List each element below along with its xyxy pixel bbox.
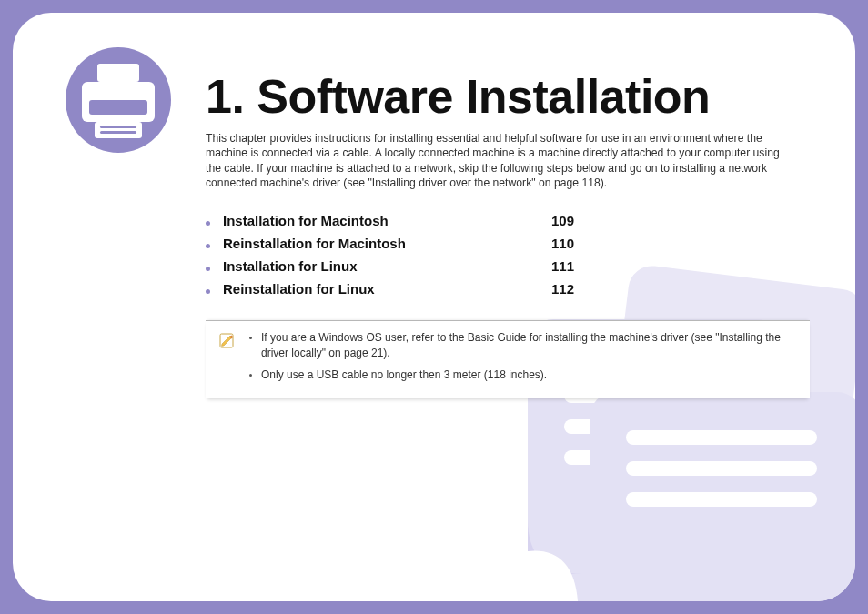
note-text: If you are a Windows OS user, refer to t… xyxy=(261,330,793,362)
svg-rect-5 xyxy=(564,450,737,465)
toc-label: Reinstallation for Macintosh xyxy=(223,236,551,251)
note-box: If you are a Windows OS user, refer to t… xyxy=(206,320,810,398)
toc-item[interactable]: Installation for Macintosh 109 xyxy=(206,213,588,228)
svg-rect-6 xyxy=(590,392,855,601)
toc-item[interactable]: Reinstallation for Linux 112 xyxy=(206,281,588,297)
bullet-icon xyxy=(206,221,210,226)
toc-label: Reinstallation for Linux xyxy=(223,281,551,297)
toc-page-number: 112 xyxy=(551,281,588,297)
bullet-icon xyxy=(249,374,252,377)
toc-item[interactable]: Installation for Linux 111 xyxy=(206,258,588,274)
printer-icon xyxy=(66,47,171,153)
chapter-title-text: Software Installation xyxy=(257,70,710,123)
toc-label: Installation for Linux xyxy=(223,258,551,274)
bullet-icon xyxy=(206,289,210,294)
svg-rect-15 xyxy=(100,126,136,128)
toc-label: Installation for Macintosh xyxy=(223,213,551,228)
svg-rect-4 xyxy=(564,419,737,434)
note-text: Only use a USB cable no longer then 3 me… xyxy=(261,367,547,383)
svg-rect-14 xyxy=(89,100,147,115)
note-list: If you are a Windows OS user, refer to t… xyxy=(249,330,793,388)
bullet-icon xyxy=(206,267,210,271)
document-page: 1. Software Installation This chapter pr… xyxy=(13,13,855,601)
chapter-intro: This chapter provides instructions for i… xyxy=(206,131,783,191)
svg-rect-7 xyxy=(626,430,817,445)
svg-rect-13 xyxy=(95,122,142,138)
svg-rect-11 xyxy=(97,64,139,82)
toc-item[interactable]: Reinstallation for Macintosh 110 xyxy=(206,236,588,251)
toc-page-number: 110 xyxy=(551,236,588,251)
table-of-contents: Installation for Macintosh 109 Reinstall… xyxy=(206,213,588,297)
svg-rect-16 xyxy=(100,131,136,134)
toc-page-number: 109 xyxy=(551,213,588,228)
note-item: Only use a USB cable no longer then 3 me… xyxy=(249,367,793,383)
bullet-icon xyxy=(206,244,210,248)
chapter-number: 1. xyxy=(206,70,244,123)
bullet-icon xyxy=(249,337,252,339)
svg-rect-8 xyxy=(626,461,817,476)
toc-page-number: 111 xyxy=(551,258,588,274)
chapter-title: 1. Software Installation xyxy=(206,69,810,124)
note-item: If you are a Windows OS user, refer to t… xyxy=(249,330,793,362)
svg-rect-9 xyxy=(626,492,817,507)
content-area: 1. Software Installation This chapter pr… xyxy=(206,69,810,398)
note-icon xyxy=(218,331,237,349)
